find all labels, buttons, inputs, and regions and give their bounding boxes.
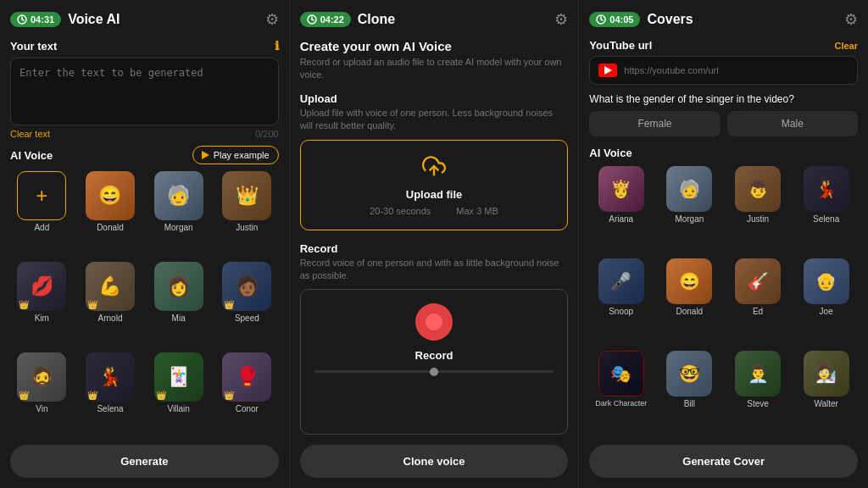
play-example-label: Play example [214,150,270,160]
crown-kim: 👑 [19,300,29,309]
walter-face: 🧑‍🔬 [804,351,849,396]
voice-item3-steve[interactable]: 👨‍💼 Steve [726,351,790,438]
voice-item-villain[interactable]: 🃏 👑 Villain [147,352,210,438]
voice-name-add: Add [34,223,49,232]
voice-item3-selena[interactable]: 💃 Selena [794,166,858,253]
voice-item3-snoop[interactable]: 🎤 Snoop [589,258,653,346]
voice-avatar3-ed: 🎸 [735,258,781,304]
voice-name3-justin: Justin [747,214,769,224]
panel1-title: Voice AI [68,12,120,27]
text-input[interactable] [10,58,279,125]
morgan3-face: 🧓 [666,166,712,212]
voice-avatar-conor: 🥊 👑 [222,352,271,402]
voice-item3-joe[interactable]: 👴 Joe [794,258,858,346]
voice-item3-ariana[interactable]: 👸 Ariana [589,166,653,253]
voice-item-add[interactable]: + Add [10,171,74,257]
record-progress-bar [314,370,554,373]
female-btn[interactable]: Female [589,111,720,136]
voice-item-arnold[interactable]: 💪 👑 Arnold [79,262,142,347]
voice-grid-1: + Add 😄 Donald 🧓 Morgan 👑 Justin [10,171,279,438]
voice-item-mia[interactable]: 👩 Mia [147,262,210,347]
upload-box-meta: 20-30 seconds Max 3 MB [370,206,498,216]
crown-selena: 👑 [87,391,97,400]
voice-item3-ed[interactable]: 🎸 Ed [726,258,790,346]
your-text-label: Your text ℹ [10,39,279,53]
voice-avatar-donald: 😄 [86,171,135,220]
panel-voice-ai: 04:31 Voice AI ⚙ Your text ℹ Clear text … [0,0,290,488]
dark-face: 🎭 [599,352,643,396]
voice-name-selena: Selena [97,404,123,413]
voice-avatar-mia: 👩 [154,262,203,311]
voice-item3-justin[interactable]: 👦 Justin [726,166,790,253]
voice-item-conor[interactable]: 🥊 👑 Conor [215,352,279,438]
record-progress-dot [430,368,438,376]
voice-item3-bill[interactable]: 🤓 Bill [658,351,721,438]
panel3-header: 04:05 Covers ⚙ [589,10,858,29]
voice-item-justin[interactable]: 👑 Justin [215,171,279,257]
text-footer: Clear text 0/200 [10,129,279,139]
generate-cover-btn[interactable]: Generate Cover [589,445,858,478]
voice-item-kim[interactable]: 💋 👑 Kim [10,262,74,347]
voice-name3-ed: Ed [753,307,763,316]
ai-voice-header: AI Voice Play example [10,146,279,164]
ai-voice-label: AI Voice [10,149,53,162]
record-section-desc: Record voice of one person and with as l… [300,257,569,283]
voice-item-vin[interactable]: 🧔 👑 Vin [10,352,74,438]
ed-face: 🎸 [735,258,781,304]
male-btn[interactable]: Male [727,111,858,136]
crown-speed: 👑 [224,300,234,309]
settings-icon-2[interactable]: ⚙ [554,10,568,29]
upload-section-title: Upload [300,92,569,105]
voice-item3-dark[interactable]: 🎭 Dark Character [589,351,653,438]
voice-avatar3-donald: 😄 [666,258,712,304]
voice-item-selena[interactable]: 💃 👑 Selena [79,352,142,438]
settings-icon-1[interactable]: ⚙ [265,10,279,29]
upload-file-label: Upload file [406,188,462,201]
voice-name3-dark: Dark Character [595,399,647,408]
play-example-btn[interactable]: Play example [192,146,279,164]
panel2-title: Clone [358,12,395,27]
header-left-3: 04:05 Covers [589,12,693,27]
panel2-header: 04:22 Clone ⚙ [300,10,569,29]
record-label: Record [415,349,453,362]
voice-item3-walter[interactable]: 🧑‍🔬 Walter [794,351,858,438]
voice-avatar3-bill: 🤓 [666,351,712,396]
ariana-face: 👸 [598,166,644,212]
voice-name-arnold: Arnold [98,313,123,323]
youtube-input-wrap [589,56,858,85]
voice-name3-bill: Bill [684,399,695,408]
selena3-face: 💃 [804,166,849,212]
info-icon[interactable]: ℹ [275,39,279,53]
play-icon [202,151,209,159]
voice-item-morgan[interactable]: 🧓 Morgan [147,171,210,257]
voice-item-donald[interactable]: 😄 Donald [79,171,142,257]
voice-item3-morgan[interactable]: 🧓 Morgan [658,166,721,253]
voice-item3-donald[interactable]: 😄 Donald [658,258,721,346]
generate-btn[interactable]: Generate [10,445,279,478]
clear-youtube-btn[interactable]: Clear [834,41,858,51]
voice-name-mia: Mia [172,313,186,323]
voice-avatar-morgan: 🧓 [154,171,203,220]
justin3-face: 👦 [735,166,781,212]
bill-face: 🤓 [666,351,712,396]
clear-text-btn[interactable]: Clear text [10,129,50,139]
voice-avatar-add: + [17,171,66,220]
panel3-title: Covers [647,12,693,27]
mia-face: 👩 [154,262,203,311]
crown-vin: 👑 [19,391,29,400]
clone-create-subtitle: Record or upload an audio file to create… [300,56,569,82]
youtube-url-input[interactable] [624,65,849,75]
voice-name3-ariana: Ariana [609,214,633,224]
record-button[interactable] [415,303,453,341]
header-left: 04:31 Voice AI [10,12,120,27]
morgan-face: 🧓 [154,171,203,220]
settings-icon-3[interactable]: ⚙ [844,10,858,29]
voice-avatar3-joe: 👴 [804,258,849,304]
voice-avatar-vin: 🧔 👑 [17,352,66,402]
voice-item-speed[interactable]: 🧑🏾 👑 Speed [215,262,279,347]
voice-name3-snoop: Snoop [609,307,633,316]
voice-avatar3-dark: 🎭 [598,351,644,396]
clone-voice-btn[interactable]: Clone voice [300,445,569,478]
upload-box[interactable]: Upload file 20-30 seconds Max 3 MB [300,140,569,230]
voice-name-kim: Kim [35,313,49,323]
